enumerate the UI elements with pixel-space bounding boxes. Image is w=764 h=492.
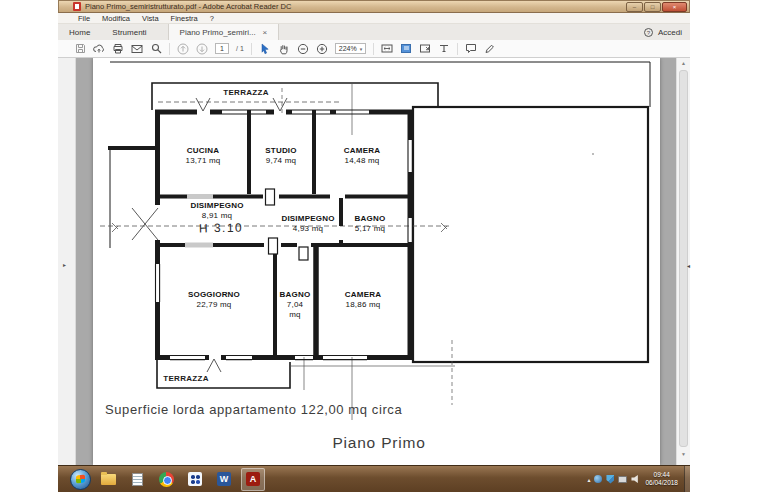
select-tool-icon[interactable]	[259, 43, 271, 55]
menu-vista[interactable]: Vista	[142, 14, 159, 23]
menu-bar: File Modifica Vista Finestra ?	[58, 13, 690, 24]
network-icon[interactable]	[594, 475, 602, 483]
sign-in-link[interactable]: Accedi	[658, 28, 682, 37]
menu-finestra[interactable]: Finestra	[171, 14, 198, 23]
help-icon[interactable]: ?	[644, 28, 653, 37]
maximize-button[interactable]: □	[644, 2, 661, 12]
close-button[interactable]: ×	[662, 2, 687, 12]
fullscreen-icon[interactable]	[419, 43, 431, 55]
tab-document-label: Piano Primo_semiri...	[180, 28, 256, 37]
clock-time: 09:44	[645, 471, 678, 479]
toolbar: 1 / 1 224% ▾	[58, 40, 690, 58]
search-icon[interactable]	[150, 43, 162, 55]
menu-file[interactable]: File	[78, 14, 90, 23]
next-page-icon[interactable]	[196, 43, 208, 55]
tab-close-icon[interactable]: ×	[263, 28, 268, 37]
scroll-up-icon[interactable]: ▲	[677, 60, 690, 66]
scroll-down-icon[interactable]: ▼	[677, 451, 690, 457]
tab-strumenti[interactable]: Strumenti	[101, 24, 157, 40]
expand-tools-pane-icon[interactable]: ◂	[687, 262, 690, 269]
page-number-input[interactable]: 1	[215, 43, 229, 54]
taskbar-app[interactable]	[183, 468, 207, 491]
tab-document[interactable]: Piano Primo_semiri... ×	[168, 24, 280, 40]
previous-page-icon[interactable]	[177, 43, 189, 55]
speaker-icon[interactable]	[631, 475, 639, 483]
acrobat-window: Piano Primo_semiristrutturato.pdf - Adob…	[58, 0, 690, 465]
notepad-icon	[132, 473, 143, 486]
save-icon[interactable]	[74, 43, 86, 55]
zoom-level-dropdown[interactable]: 224% ▾	[335, 43, 366, 54]
minimize-button[interactable]: –	[626, 2, 643, 12]
taskbar-chrome[interactable]	[154, 468, 178, 491]
taskbar: W A ▴ 09:44 06/04/2018	[58, 465, 690, 492]
windows-logo-icon	[76, 475, 85, 484]
menu-modifica[interactable]: Modifica	[102, 14, 130, 23]
zoom-out-icon[interactable]	[297, 43, 309, 55]
print-icon[interactable]	[112, 43, 124, 55]
plan-title: Piano Primo	[332, 434, 425, 452]
room-label-camera-2: CAMERA18,86 mq	[345, 290, 381, 310]
show-desktop-button[interactable]	[684, 466, 690, 492]
zoom-in-icon[interactable]	[316, 43, 328, 55]
room-label-cucina: CUCINA13,71 mq	[186, 146, 221, 166]
title-bar[interactable]: Piano Primo_semiristrutturato.pdf - Adob…	[58, 0, 690, 13]
display-network-icon[interactable]	[618, 476, 627, 483]
tab-bar: Home Strumenti Piano Primo_semiri... × ?…	[58, 24, 690, 40]
room-label-camera-1: CAMERA14,48 mq	[344, 146, 380, 166]
blue-dots-app-icon	[188, 472, 202, 486]
terrace-bottom-label: TERRAZZA	[163, 374, 209, 383]
taskbar-acrobat-active[interactable]: A	[241, 468, 265, 491]
page-count-label: / 1	[236, 45, 244, 52]
scroll-mode-icon[interactable]	[400, 43, 412, 55]
comment-icon[interactable]	[465, 43, 477, 55]
word-icon: W	[217, 472, 231, 486]
adobe-reader-icon: A	[246, 472, 260, 486]
taskbar-clock[interactable]: 09:44 06/04/2018	[645, 471, 678, 487]
hand-tool-icon[interactable]	[278, 43, 290, 55]
fit-width-icon[interactable]	[381, 43, 393, 55]
taskbar-notepad[interactable]	[125, 468, 149, 491]
share-cloud-icon[interactable]	[93, 43, 105, 55]
room-label-disimpegno-1: DISIMPEGNO8,91 mq	[190, 201, 243, 221]
height-note: H 3.10	[199, 221, 244, 236]
start-button[interactable]	[70, 469, 91, 490]
read-mode-icon[interactable]	[438, 43, 450, 55]
terrace-top-label: TERRAZZA	[223, 88, 269, 97]
scrollbar-thumb[interactable]	[679, 70, 688, 447]
clock-date: 06/04/2018	[645, 479, 678, 487]
fill-sign-pencil-icon[interactable]	[484, 43, 496, 55]
room-label-studio: STUDIO9,74 mq	[265, 146, 296, 166]
expand-nav-pane-icon[interactable]: ▸	[63, 261, 66, 268]
taskbar-word[interactable]: W	[212, 468, 236, 491]
room-label-soggiorno: SOGGIORNO22,79 mq	[188, 290, 240, 310]
chrome-icon	[159, 472, 174, 487]
security-shield-icon[interactable]	[606, 475, 614, 484]
room-label-bagno-1: BAGNO5,17 mq	[355, 214, 386, 234]
vertical-scrollbar[interactable]: ▲ ▼ ◂	[676, 58, 690, 465]
system-tray: ▴ 09:44 06/04/2018	[587, 466, 690, 492]
show-hidden-icons[interactable]: ▴	[587, 476, 590, 483]
document-background: TERRAZZA CUCINA13,71 mq STUDIO9,74 mq CA…	[76, 58, 676, 465]
navigation-pane-collapsed[interactable]: ▸	[58, 58, 76, 465]
desktop-screenshot: Piano Primo_semiristrutturato.pdf - Adob…	[0, 0, 764, 492]
room-label-disimpegno-2: DISIMPEGNO4,93 mq	[281, 214, 334, 234]
folder-icon	[101, 474, 116, 485]
chevron-down-icon: ▾	[360, 46, 363, 52]
menu-help[interactable]: ?	[210, 14, 214, 23]
surface-caption: Superficie lorda appartamento 122,00 mq …	[105, 402, 402, 417]
app-icon	[73, 2, 81, 11]
email-icon[interactable]	[131, 43, 143, 55]
pdf-page: TERRAZZA CUCINA13,71 mq STUDIO9,74 mq CA…	[93, 58, 660, 465]
taskbar-explorer[interactable]	[96, 468, 120, 491]
room-label-bagno-2: BAGNO7,04mq	[280, 290, 311, 320]
window-title: Piano Primo_semiristrutturato.pdf - Adob…	[85, 2, 291, 11]
document-area: ▸	[58, 58, 690, 465]
tab-home[interactable]: Home	[58, 24, 101, 40]
